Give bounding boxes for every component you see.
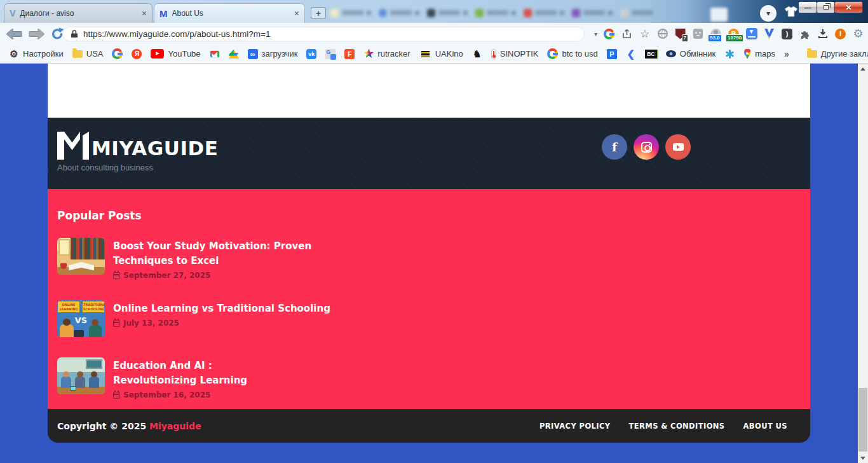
bookmark-vk[interactable]: vk (306, 49, 316, 59)
bookmarks-bar: ⚙Настройки USA Я YouTube ∞загрузчик vk F… (0, 45, 868, 64)
thumbnail-art (60, 263, 67, 269)
other-bookmarks-folder[interactable]: Другие закладки (807, 49, 868, 59)
google-g-icon[interactable] (603, 28, 615, 40)
mini-tab (572, 9, 613, 17)
copyright-brand-link[interactable]: Miyaguide (149, 421, 201, 431)
bookmarks-overflow-icon[interactable]: » (784, 49, 789, 59)
download-helper-extension-icon[interactable] (745, 28, 757, 40)
minimize-button[interactable]: — (798, 1, 817, 13)
forward-button[interactable] (29, 29, 44, 39)
menu-gear-icon[interactable]: ⚙ (852, 28, 864, 40)
tab-search-button[interactable]: ▾ (760, 5, 776, 22)
bookmark-maps[interactable]: maps (743, 49, 775, 59)
page-body-blank (48, 64, 810, 118)
downloads-tray-icon[interactable] (817, 28, 829, 40)
page-scrollbar[interactable] (858, 64, 868, 463)
bookmark-flaticon[interactable]: ❮ (626, 49, 636, 59)
bookmark-f[interactable]: F (344, 49, 355, 59)
mini-tab (427, 9, 468, 17)
scrollbar-thumb[interactable] (858, 388, 867, 452)
bookmark-star-icon[interactable]: ☆ (639, 28, 651, 40)
omnibox-dropdown-icon[interactable]: ▾ (594, 31, 597, 38)
mini-tab (620, 9, 653, 17)
instagram-icon[interactable] (634, 134, 659, 160)
bookmark-yandex[interactable]: Я (132, 49, 142, 59)
bookmark-p[interactable]: P (607, 49, 617, 59)
bookmark-zagruzchik[interactable]: ∞загрузчик (248, 49, 298, 59)
post-thumbnail[interactable] (57, 238, 105, 275)
eye-icon (666, 50, 676, 57)
map-pin-icon (743, 49, 751, 59)
p-icon: P (607, 49, 617, 59)
bookmark-rutracker[interactable]: rutracker (363, 49, 410, 59)
bookmark-kyivstar[interactable] (724, 49, 735, 59)
site-logo[interactable]: MIYAGUIDE About consulting business (57, 132, 218, 172)
post-item[interactable]: Boost Your Study Motivation: Proven Tech… (57, 238, 801, 280)
thumbnail-art (58, 239, 70, 256)
bookmark-drive[interactable] (229, 50, 239, 59)
post-item[interactable]: ONLINE LEARNING TRADITIONAL SCHOOLING VS… (57, 300, 801, 337)
lock-icon (71, 30, 78, 38)
post-title[interactable]: Online Learning vs Traditional Schooling (113, 301, 330, 316)
post-thumbnail[interactable]: ONLINE LEARNING TRADITIONAL SCHOOLING VS (57, 300, 105, 337)
scrollbar-down-arrow[interactable] (858, 453, 868, 463)
url-text[interactable]: https://www.miyaguide.com/p/about-us.htm… (83, 29, 271, 39)
facebook-icon[interactable]: f (602, 134, 627, 160)
profile-avatar-icon[interactable]: I (834, 28, 846, 40)
bookmark-obminnik[interactable]: Обмінник (666, 49, 715, 59)
thumbnail-art (70, 386, 76, 390)
gear-icon: ⚙ (9, 49, 19, 59)
paren-extension-icon[interactable]: ) (781, 28, 793, 40)
footer-link-terms[interactable]: TERMS & CONDITIONS (629, 422, 725, 431)
social-links: f (602, 134, 691, 160)
bookmark-google[interactable] (112, 48, 123, 59)
blurred-background-tabs[interactable] (330, 6, 653, 20)
site-footer-header: MIYAGUIDE About consulting business f (48, 118, 810, 189)
share-icon[interactable] (621, 28, 633, 40)
tab-close-icon[interactable]: × (142, 9, 147, 18)
bookmark-gmail[interactable] (210, 50, 220, 58)
popular-posts-section: Popular Posts Boost Your Study Motivatio… (48, 189, 810, 409)
bookmark-settings[interactable]: ⚙Настройки (9, 49, 64, 59)
close-button[interactable]: ✕ (834, 1, 863, 13)
google-g-icon (547, 48, 558, 59)
aviso-extension-icon[interactable] (763, 28, 775, 40)
post-thumbnail[interactable] (57, 357, 105, 394)
bookmark-btc-to-usd[interactable]: btc to usd (547, 48, 597, 59)
meter-extension-icon[interactable]: 93.0 (710, 28, 722, 40)
miyaguide-favicon-icon: M (159, 8, 168, 19)
post-title[interactable]: Education And AI : Revolutionizing Learn… (113, 359, 247, 388)
tab-close-icon[interactable]: × (294, 9, 299, 18)
bookmark-translate[interactable] (325, 49, 336, 59)
footer-link-privacy[interactable]: PRIVACY POLICY (539, 422, 611, 431)
restore-button[interactable] (817, 1, 835, 13)
youtube-glyph (673, 143, 684, 151)
bookmark-bc[interactable]: BC (645, 50, 657, 59)
ublock-extension-icon[interactable]: 7 (674, 28, 686, 40)
bitcoin-extension-icon[interactable]: B 10790 (728, 28, 740, 40)
bookmark-chess[interactable]: ♞ (472, 49, 482, 59)
address-bar[interactable]: https://www.miyaguide.com/p/about-us.htm… (62, 27, 585, 41)
tab-about-us[interactable]: M About Us × (154, 3, 305, 23)
back-button[interactable] (6, 29, 22, 39)
globe-extension-icon[interactable] (656, 28, 668, 40)
post-title[interactable]: Boost Your Study Motivation: Proven Tech… (113, 239, 311, 268)
thumbnail-art (86, 359, 102, 369)
infinity-icon: ∞ (248, 49, 258, 59)
tab-dialogi-aviso[interactable]: V Диалоги - aviso × (4, 3, 153, 23)
youtube-icon[interactable] (665, 134, 691, 160)
youtube-icon (151, 49, 164, 59)
mini-tab (475, 9, 516, 17)
scrollbar-up-arrow[interactable] (858, 64, 868, 74)
kyivstar-star-icon (724, 49, 735, 59)
bookmark-sinoptik[interactable]: SINOPTIK (491, 49, 539, 59)
footer-link-about[interactable]: ABOUT US (743, 422, 787, 431)
extensions-puzzle-icon[interactable] (799, 28, 811, 40)
new-tab-button[interactable]: + (311, 7, 326, 19)
bookmark-uakino[interactable]: UAKino (419, 49, 463, 59)
clipboard-extension-icon[interactable] (692, 28, 704, 40)
post-item[interactable]: Education And AI : Revolutionizing Learn… (57, 357, 801, 399)
popular-posts-heading: Popular Posts (57, 209, 801, 222)
bookmark-folder-usa[interactable]: USA (72, 49, 104, 59)
bookmark-youtube[interactable]: YouTube (151, 49, 200, 59)
